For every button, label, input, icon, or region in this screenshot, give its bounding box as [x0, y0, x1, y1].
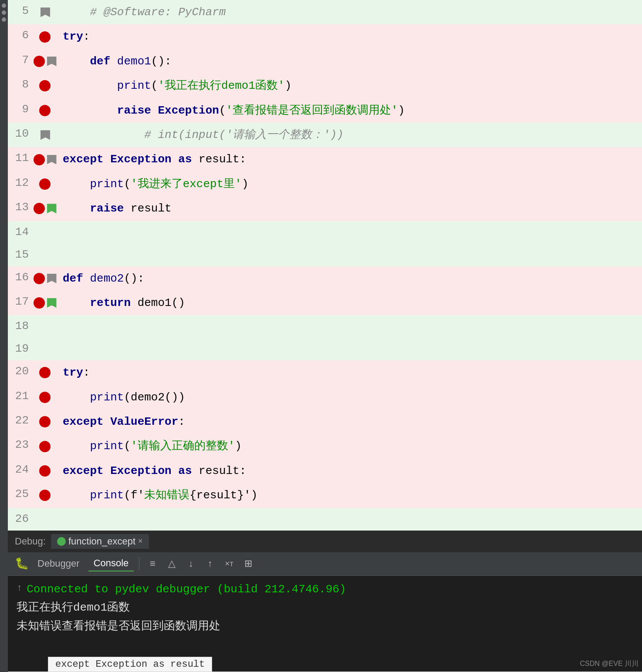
breakpoint-area[interactable] [34, 123, 56, 147]
breakpoint-area[interactable] [34, 385, 56, 410]
breakpoint-dot[interactable] [34, 203, 45, 214]
breakpoint-dot[interactable] [34, 273, 45, 284]
breakpoint-dot[interactable] [39, 392, 51, 403]
watermark: CSDN @EVE 川川 [580, 659, 639, 669]
breakpoint-area[interactable] [34, 508, 56, 531]
close-tab-button[interactable]: × [138, 537, 143, 546]
tab-debugger[interactable]: Debugger [32, 556, 85, 571]
breakpoint-dot[interactable] [39, 465, 51, 477]
code-content: except Exception as result: [56, 459, 642, 483]
breakpoint-dot[interactable] [39, 416, 51, 427]
breakpoint-area[interactable] [34, 0, 56, 24]
breakpoint-area[interactable] [34, 459, 56, 483]
breakpoint-area[interactable] [34, 244, 56, 266]
code-line-10: 10 # int(input('请输入一个整数：')) [8, 123, 642, 147]
line-number: 8 [8, 74, 34, 98]
line-number: 11 [8, 147, 34, 171]
code-line-14: 14 [8, 221, 642, 244]
toolbar-step-icon[interactable]: ↑ [202, 556, 218, 571]
code-content: # int(input('请输入一个整数：')) [56, 123, 642, 147]
toolbar-list-icon[interactable]: ≡ [145, 556, 160, 571]
bp-bookmark-group [39, 490, 51, 501]
code-line-20: 20try: [8, 360, 642, 385]
code-content: try: [56, 24, 642, 49]
bp-bookmark-group [34, 154, 57, 165]
breakpoint-dot[interactable] [39, 31, 51, 43]
breakpoint-area[interactable] [34, 338, 56, 360]
breakpoint-area[interactable] [34, 24, 56, 49]
code-line-17: 17 return demo1() [8, 291, 642, 315]
breakpoint-dot[interactable] [39, 441, 51, 452]
code-content: print('我进来了except里') [56, 172, 642, 196]
line-number: 22 [8, 410, 34, 434]
code-line-16: 16def demo2(): [8, 266, 642, 291]
bookmark-icon[interactable] [47, 57, 57, 66]
breakpoint-area[interactable] [34, 147, 56, 171]
bookmark-icon[interactable] [41, 7, 50, 17]
breakpoint-dot[interactable] [39, 490, 51, 501]
bp-bookmark-group [39, 367, 51, 378]
breakpoint-area[interactable] [34, 172, 56, 196]
bookmark-icon[interactable] [47, 274, 57, 283]
debug-tab[interactable]: function_except × [51, 534, 149, 549]
line-number: 10 [8, 123, 34, 147]
line-number: 21 [8, 385, 34, 410]
code-line-21: 21 print(demo2()) [8, 385, 642, 410]
line-number: 17 [8, 291, 34, 315]
code-content: def demo2(): [56, 266, 642, 291]
bp-bookmark-group [39, 392, 51, 403]
breakpoint-area[interactable] [34, 74, 56, 98]
tab-console[interactable]: Console [88, 556, 134, 571]
bp-bookmark-group [39, 441, 51, 452]
breakpoint-area[interactable] [34, 410, 56, 434]
bookmark-icon[interactable] [41, 130, 50, 140]
bug-icon: 🐛 [15, 557, 29, 571]
code-line-25: 25 print(f'未知错误{result}') [8, 483, 642, 507]
code-content: except ValueError: [56, 410, 642, 434]
breakpoint-area[interactable] [34, 49, 56, 74]
breakpoint-dot[interactable] [39, 178, 51, 190]
code-content: raise result [56, 196, 642, 221]
breakpoint-area[interactable] [34, 266, 56, 291]
toolbar-table-icon[interactable]: ⊞ [240, 556, 256, 571]
breakpoint-dot[interactable] [39, 80, 51, 91]
editor-area: 5 # @Software: PyCharm6try:7 def demo1()… [8, 0, 642, 531]
bookmark-icon[interactable] [47, 298, 57, 308]
code-line-23: 23 print('请输入正确的整数') [8, 434, 642, 458]
breakpoint-area[interactable] [34, 221, 56, 244]
code-content: # @Software: PyCharm [56, 0, 642, 24]
code-line-11: 11except Exception as result: [8, 147, 642, 171]
code-line-24: 24except Exception as result: [8, 459, 642, 483]
breakpoint-dot[interactable] [39, 367, 51, 378]
code-line-13: 13 raise result [8, 196, 642, 221]
code-content: print('请输入正确的整数') [56, 434, 642, 458]
toolbar-up-arrow-icon[interactable]: △ [164, 556, 179, 571]
breakpoint-dot[interactable] [39, 105, 51, 116]
breakpoint-dot[interactable] [34, 297, 45, 309]
code-content: raise Exception('查看报错是否返回到函数调用处') [56, 98, 642, 123]
debug-label: Debug: [15, 536, 46, 547]
breakpoint-area[interactable] [34, 196, 56, 221]
toolbar-down-icon[interactable]: ↓ [183, 556, 199, 571]
breakpoint-area[interactable] [34, 483, 56, 507]
code-content [56, 244, 642, 266]
breakpoint-area[interactable] [34, 360, 56, 385]
breakpoint-area[interactable] [34, 315, 56, 338]
code-line-19: 19 [8, 338, 642, 360]
breakpoint-dot[interactable] [34, 154, 45, 165]
bookmark-icon[interactable] [47, 155, 57, 165]
breakpoint-area[interactable] [34, 291, 56, 315]
code-content: except Exception as result: [56, 147, 642, 171]
editor-wrapper: 5 # @Software: PyCharm6try:7 def demo1()… [8, 0, 642, 672]
line-number: 13 [8, 196, 34, 221]
code-content: try: [56, 360, 642, 385]
bookmark-icon[interactable] [47, 204, 57, 213]
debugger-toolbar: 🐛 Debugger Console ≡ △ ↓ ↑ ×T ⊞ [8, 552, 642, 576]
breakpoint-area[interactable] [34, 434, 56, 458]
code-line-7: 7 def demo1(): [8, 49, 642, 74]
breakpoint-area[interactable] [34, 98, 56, 123]
toolbar-xt-icon[interactable]: ×T [221, 556, 237, 571]
code-content: def demo1(): [56, 49, 642, 74]
bp-bookmark-group [39, 465, 51, 477]
breakpoint-dot[interactable] [34, 56, 45, 67]
